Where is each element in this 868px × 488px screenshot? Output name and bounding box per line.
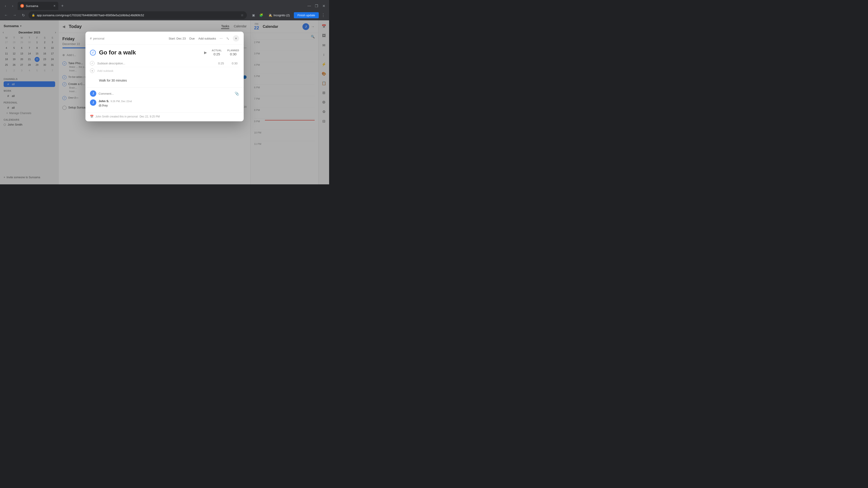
tab-label: Sunsama xyxy=(26,4,38,8)
bookmark-icon[interactable]: ☆ xyxy=(241,13,244,17)
comment-item: J John S. 9:26 PM, Dec 22nd @Jhay xyxy=(90,99,239,107)
actual-value: 0:25 xyxy=(213,52,220,56)
notes-text[interactable]: Walk for 30 minutes xyxy=(99,78,127,82)
planned-label: PLANNED xyxy=(227,49,239,52)
task-title-row: ✓ Go for a walk ▶ ACTUAL 0:25 PLANNED 0:… xyxy=(90,49,239,56)
comment-input[interactable] xyxy=(98,92,232,95)
comment-body: John S. 9:26 PM, Dec 22nd @Jhay xyxy=(98,99,239,107)
address-bar[interactable]: 🔒 app.sunsama.com/group/1703182764469638… xyxy=(29,11,247,19)
modal-body: ✓ Go for a walk ▶ ACTUAL 0:25 PLANNED 0:… xyxy=(86,44,244,88)
actual-time-col: ACTUAL 0:25 xyxy=(212,49,222,56)
url-text: app.sunsama.com/group/17031827644696380?… xyxy=(37,13,239,17)
attach-icon[interactable]: 📎 xyxy=(235,92,239,96)
modal-close-button[interactable]: × xyxy=(233,35,239,41)
created-info-row: 📅 John Smith created this in personal De… xyxy=(90,115,239,118)
modal-metadata: Start: Dec 23 Due Add subtasks ··· ⤡ × xyxy=(168,35,239,41)
add-subtask-label[interactable]: Add subtask xyxy=(97,69,114,72)
finish-update-button[interactable]: Finish update xyxy=(294,12,319,18)
add-subtask-button[interactable]: + xyxy=(90,68,94,73)
minimize-button[interactable]: — xyxy=(306,3,312,9)
comment-avatar: J xyxy=(90,90,96,97)
task-detail-modal: # personal Start: Dec 23 Due Add subtask… xyxy=(86,32,244,121)
browser-menu-button[interactable]: ⋮ xyxy=(320,12,327,18)
subtask-checkbox[interactable]: ✓ xyxy=(90,61,94,66)
channel-label: personal xyxy=(93,37,104,40)
forward-button[interactable]: → xyxy=(11,12,18,19)
task-complete-checkbox[interactable]: ✓ xyxy=(90,50,96,56)
start-date[interactable]: Start: Dec 23 xyxy=(168,37,186,40)
subtask-actual: 0:25 xyxy=(217,62,225,65)
comment-author: John S. xyxy=(98,99,109,103)
tab-close-button[interactable]: ✕ xyxy=(53,4,56,7)
lock-icon: 🔒 xyxy=(32,13,35,17)
incognito-icon: 🕵 xyxy=(269,13,272,17)
hash-icon: # xyxy=(90,37,92,40)
modal-footer: 📅 John Smith created this in personal De… xyxy=(86,112,244,121)
tab-bar: ‹ › S Sunsama ✕ + — ❐ ✕ xyxy=(0,0,329,10)
tab-back-button[interactable]: ‹ xyxy=(2,3,8,9)
planned-value: 0:30 xyxy=(230,52,237,56)
modal-overlay[interactable]: # personal Start: Dec 23 Due Add subtask… xyxy=(0,20,329,184)
tab-forward-button[interactable]: › xyxy=(9,3,16,9)
comment-area: J 📎 J John S. 9:26 PM, Dec 22nd @Jhay xyxy=(86,88,244,112)
modal-channel: # personal xyxy=(90,37,104,40)
time-labels: ACTUAL 0:25 PLANNED 0:30 xyxy=(212,49,239,56)
sidebar-toggle-button[interactable]: ▣ xyxy=(250,12,257,18)
subtask-times: 0:25 0:30 xyxy=(217,62,239,65)
subtask-row: ✓ Subtask description... 0:25 0:30 xyxy=(90,60,239,67)
extensions-button[interactable]: 🧩 xyxy=(258,12,265,18)
created-time: Dec 22, 9:25 PM xyxy=(140,115,160,118)
play-timer-button[interactable]: ▶ xyxy=(202,50,209,56)
planned-time-col: PLANNED 0:30 xyxy=(227,49,239,56)
subtask-placeholder[interactable]: Subtask description... xyxy=(97,62,214,65)
active-tab[interactable]: S Sunsama ✕ xyxy=(18,2,58,10)
subtask-planned: 0:30 xyxy=(230,62,239,65)
tab-favicon: S xyxy=(20,4,24,8)
modal-header: # personal Start: Dec 23 Due Add subtask… xyxy=(86,32,244,44)
commenter-avatar: J xyxy=(90,99,96,106)
browser-chrome: ‹ › S Sunsama ✕ + — ❐ ✕ ← → ↻ 🔒 app.suns… xyxy=(0,0,329,20)
tab-navigation: ‹ › xyxy=(2,3,16,9)
window-controls: — ❐ ✕ xyxy=(306,3,327,9)
browser-extensions: ▣ 🧩 🕵 Incognito (2) Finish update ⋮ xyxy=(250,12,327,18)
actual-label: ACTUAL xyxy=(212,49,222,52)
comment-author-row: John S. 9:26 PM, Dec 22nd xyxy=(98,99,239,103)
calendar-icon: 📅 xyxy=(90,115,94,118)
add-subtask-row: + Add subtask xyxy=(90,67,239,74)
expand-button[interactable]: ⤡ xyxy=(226,36,229,41)
refresh-button[interactable]: ↻ xyxy=(20,12,27,19)
comment-input-row: J 📎 xyxy=(90,90,239,97)
more-options-button[interactable]: ··· xyxy=(220,36,223,40)
task-title: Go for a walk xyxy=(99,49,199,56)
modal-notes: Walk for 30 minutes xyxy=(99,74,239,85)
incognito-label: Incognito (2) xyxy=(274,13,290,17)
address-bar-row: ← → ↻ 🔒 app.sunsama.com/group/1703182764… xyxy=(0,10,329,20)
new-tab-button[interactable]: + xyxy=(59,3,66,9)
comment-text: @Jhay xyxy=(98,104,108,107)
incognito-button[interactable]: 🕵 Incognito (2) xyxy=(266,13,292,18)
due-date[interactable]: Due xyxy=(189,37,195,40)
back-button[interactable]: ← xyxy=(3,12,9,19)
restore-button[interactable]: ❐ xyxy=(313,3,320,9)
add-subtasks-button[interactable]: Add subtasks xyxy=(198,37,216,40)
created-text: John Smith created this in personal xyxy=(95,115,138,118)
close-button[interactable]: ✕ xyxy=(320,3,327,9)
comment-time: 9:26 PM, Dec 22nd xyxy=(111,100,132,103)
